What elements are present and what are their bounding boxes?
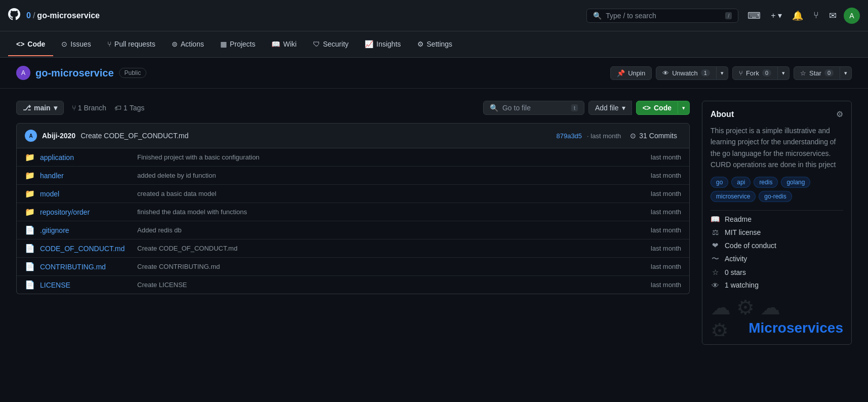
- file-time: last month: [641, 190, 681, 197]
- nav-settings[interactable]: ⚙ Settings: [409, 33, 461, 56]
- breadcrumb-repo[interactable]: go-microservice: [37, 11, 100, 20]
- terminal-button[interactable]: ⌨: [744, 8, 764, 23]
- sidebar-link-stars[interactable]: ☆ 0 stars: [711, 268, 843, 277]
- user-avatar[interactable]: A: [844, 8, 860, 24]
- sidebar-link-watching[interactable]: 👁 1 watching: [711, 281, 843, 290]
- file-name[interactable]: application: [40, 153, 131, 162]
- file-name[interactable]: CODE_OF_CONDUCT.md: [40, 245, 131, 253]
- wiki-icon: 📖: [271, 40, 280, 48]
- commit-author-avatar: A: [25, 130, 37, 142]
- sidebar-link-label: Readme: [725, 215, 752, 223]
- activity-icon: 〜: [711, 254, 720, 264]
- fork-button[interactable]: ⑂ Fork 0: [732, 66, 778, 80]
- nav-projects[interactable]: ▦ Projects: [212, 33, 264, 56]
- tag[interactable]: api: [731, 177, 751, 188]
- tag-count-link[interactable]: 🏷 1 Tags: [114, 104, 144, 112]
- commit-hash[interactable]: 879a3d5: [556, 132, 582, 140]
- file-name[interactable]: handler: [40, 172, 131, 180]
- file-time: last month: [641, 172, 681, 179]
- tag[interactable]: golang: [781, 177, 810, 188]
- nav-wiki[interactable]: 📖 Wiki: [263, 33, 304, 56]
- star-dropdown[interactable]: ▾: [840, 66, 852, 80]
- commits-count-button[interactable]: ⊙ 31 Commits: [626, 131, 681, 141]
- file-row[interactable]: 📄 CODE_OF_CONDUCT.md Create CODE_OF_COND…: [17, 239, 689, 258]
- star-button[interactable]: ☆ Star 0: [794, 66, 840, 80]
- nav-insights[interactable]: 📈 Insights: [357, 33, 409, 56]
- sidebar-link-code-of-conduct[interactable]: ❤ Code of conduct: [711, 241, 843, 250]
- file-commit-message: Create CONTRIBUTING.md: [137, 263, 635, 270]
- commit-message[interactable]: Create CODE_OF_CONDUCT.md: [81, 132, 188, 140]
- nav-pull-requests[interactable]: ⑂ Pull requests: [99, 33, 164, 56]
- global-search[interactable]: 🔍 Type / to search /: [586, 9, 738, 23]
- add-file-group: Add file ▾: [588, 101, 632, 115]
- file-name[interactable]: repository/order: [40, 208, 131, 216]
- about-description: This project is a simple illustrative an…: [711, 125, 843, 171]
- breadcrumb-user[interactable]: 0: [26, 11, 31, 20]
- top-nav-left: 0 / go-microservice: [8, 8, 580, 23]
- tag[interactable]: go: [711, 177, 728, 188]
- about-section: About ⚙ This project is a simple illustr…: [702, 101, 852, 345]
- nav-actions[interactable]: ⊚ Actions: [164, 33, 212, 56]
- code-dropdown[interactable]: ▾: [678, 101, 690, 115]
- code-button[interactable]: <> Code: [636, 101, 678, 115]
- unpin-button[interactable]: 📌 Unpin: [610, 66, 652, 80]
- file-row[interactable]: 📄 CONTRIBUTING.md Create CONTRIBUTING.md…: [17, 258, 689, 276]
- file-name[interactable]: model: [40, 190, 131, 198]
- file-row[interactable]: 📄 LICENSE Create LICENSE last month: [17, 276, 689, 294]
- fork-dropdown[interactable]: ▾: [778, 66, 790, 80]
- inbox-icon[interactable]: ✉: [826, 8, 840, 23]
- sidebar-link-mit-license[interactable]: ⚖ MIT license: [711, 228, 843, 237]
- file-row[interactable]: 📁 handler added delete by id function la…: [17, 167, 689, 185]
- microservices-watermark: Microservices: [748, 320, 843, 336]
- add-file-button[interactable]: Add file ▾: [588, 101, 632, 115]
- branch-count-link[interactable]: ⑂ 1 Branch: [72, 104, 106, 112]
- watching-icon: 👁: [711, 281, 720, 290]
- search-icon: 🔍: [593, 12, 602, 20]
- tag-count: 1: [124, 104, 128, 112]
- nav-issues[interactable]: ⊙ Issues: [53, 33, 99, 56]
- search-icon: 🔍: [490, 104, 498, 112]
- notification-bell-icon[interactable]: 🔔: [789, 8, 806, 23]
- nav-security[interactable]: 🛡 Security: [305, 33, 357, 56]
- tag[interactable]: microservice: [711, 191, 756, 202]
- unwatch-button[interactable]: 👁 Unwatch 1: [656, 66, 717, 80]
- file-row[interactable]: 📄 .gitignore Added redis db last month: [17, 221, 689, 239]
- sidebar: About ⚙ This project is a simple illustr…: [702, 101, 852, 345]
- actions-icon: ⊚: [172, 40, 178, 48]
- file-name[interactable]: .gitignore: [40, 226, 131, 234]
- tag[interactable]: go-redis: [759, 191, 792, 202]
- code-icon: <>: [16, 40, 24, 48]
- tag[interactable]: redis: [754, 177, 778, 188]
- watch-count: 1: [701, 69, 710, 76]
- add-file-chevron: ▾: [622, 104, 625, 112]
- nav-projects-label: Projects: [230, 40, 256, 48]
- pull-request-icon[interactable]: ⑂: [810, 8, 822, 23]
- branch-meta: ⑂ 1 Branch 🏷 1 Tags: [72, 104, 145, 112]
- commit-info-row: A Abiji-2020 Create CODE_OF_CONDUCT.md 8…: [16, 123, 690, 148]
- go-to-file-button[interactable]: 🔍 Go to file t: [483, 101, 584, 115]
- sidebar-link-activity[interactable]: 〜 Activity: [711, 254, 843, 264]
- file-icon: 📄: [25, 262, 34, 271]
- github-logo-icon[interactable]: [8, 8, 20, 23]
- file-row[interactable]: 📁 application Finished project with a ba…: [17, 148, 689, 167]
- file-icon: 📄: [25, 244, 34, 253]
- repo-name[interactable]: go-microservice: [35, 67, 114, 79]
- breadcrumb: 0 / go-microservice: [26, 11, 100, 20]
- create-new-button[interactable]: + ▾: [768, 9, 785, 22]
- nav-code-label: Code: [27, 40, 45, 48]
- file-icon: 📄: [25, 280, 34, 290]
- unwatch-dropdown[interactable]: ▾: [717, 66, 728, 80]
- sidebar-link-readme[interactable]: 📖 Readme: [711, 215, 843, 224]
- stars-icon: ☆: [711, 268, 720, 277]
- commit-author-name[interactable]: Abiji-2020: [42, 132, 75, 140]
- file-name[interactable]: CONTRIBUTING.md: [40, 263, 131, 271]
- branch-selector[interactable]: ⎇ main ▾: [16, 101, 64, 115]
- unwatch-label: Unwatch: [672, 69, 698, 77]
- file-row[interactable]: 📁 repository/order finished the data mod…: [17, 203, 689, 221]
- nav-code[interactable]: <> Code: [8, 33, 53, 56]
- folder-icon: 📁: [25, 152, 34, 162]
- about-settings-icon[interactable]: ⚙: [836, 109, 843, 119]
- sidebar-links: 📖 Readme ⚖ MIT license ❤ Code of conduct…: [711, 215, 843, 290]
- file-row[interactable]: 📁 model created a basic data model last …: [17, 185, 689, 203]
- file-name[interactable]: LICENSE: [40, 281, 131, 289]
